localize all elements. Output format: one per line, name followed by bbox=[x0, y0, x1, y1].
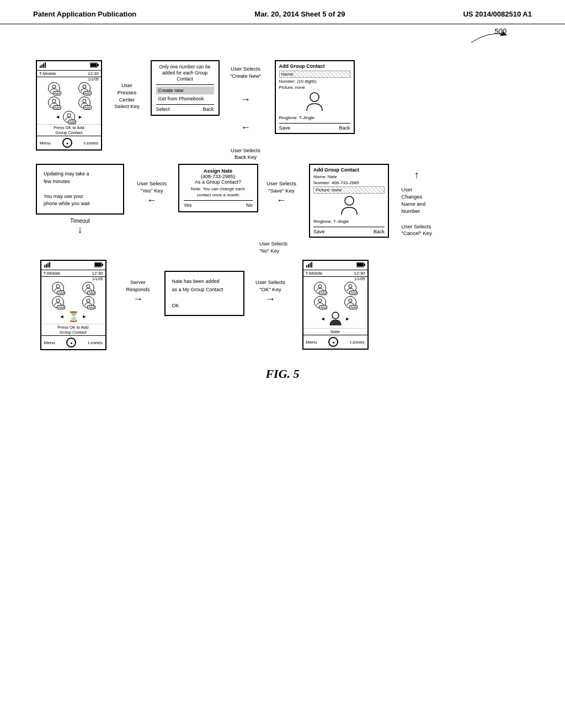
form2-avatar bbox=[313, 195, 385, 217]
assign-no[interactable]: No bbox=[246, 202, 253, 208]
phone2-nav: ◄ ⏳ ► bbox=[41, 311, 105, 323]
avatar-center: Add bbox=[63, 111, 75, 123]
nate-box: Nate has been added as a My Group Contac… bbox=[164, 271, 244, 316]
annot1-area: User Presses Center Select Key bbox=[105, 60, 149, 112]
phone3-signal bbox=[306, 262, 313, 269]
form2-back[interactable]: Back bbox=[374, 229, 385, 234]
form1-save[interactable]: Save bbox=[279, 125, 291, 131]
phone3-nate-label: Nate bbox=[303, 328, 367, 335]
annot-form2-right: ↑ User Changes Name and Number User Sele… bbox=[395, 164, 439, 237]
phone3-avatar4-label: Add bbox=[349, 305, 358, 309]
phone2-footer: Menu ● t-zones bbox=[41, 335, 105, 349]
phone3-time: 12:30 bbox=[354, 271, 365, 276]
user-selects-yes: User Selects "Yes" Key bbox=[137, 180, 167, 195]
svg-point-15 bbox=[345, 196, 354, 205]
avatar4-label: Add bbox=[83, 105, 92, 110]
phone1-date: 1/1/05 bbox=[37, 77, 101, 81]
phone2-battery bbox=[94, 262, 103, 269]
annot-save-area: User Selects "Save" Key ← bbox=[259, 164, 303, 206]
phone1-time: 12:30 bbox=[88, 71, 99, 76]
user-selects-cancel: User Selects "Cancel" Key bbox=[401, 223, 431, 238]
nate-box-container: Nate has been added as a My Group Contac… bbox=[163, 260, 246, 316]
phone3-header bbox=[303, 261, 367, 270]
phone1: T-Mobile 12:30 1/1/05 Add Add bbox=[36, 60, 102, 151]
phone2-avatars-bot: Add Add bbox=[41, 295, 105, 309]
phone2-avatar1: Add bbox=[52, 282, 64, 294]
svg-point-35 bbox=[349, 285, 352, 288]
menu1-back[interactable]: Back bbox=[202, 106, 214, 112]
form2: Add Group Contact Name: Nate Number: 406… bbox=[309, 164, 389, 238]
ok-button-2[interactable]: ● bbox=[66, 338, 76, 347]
svg-point-12 bbox=[83, 99, 86, 103]
ok-button-1[interactable]: ● bbox=[62, 138, 72, 148]
svg-rect-21 bbox=[102, 264, 103, 266]
phone1-time-row: T-Mobile 12:30 bbox=[37, 71, 101, 77]
no-key-area: User Selects "No" Key bbox=[177, 240, 532, 254]
phone2-avatar4: Add bbox=[82, 296, 94, 308]
phone3: T-Mobile 12:30 1/1/05 Add Add bbox=[302, 260, 369, 350]
phone2-avatar2: Add bbox=[82, 282, 94, 294]
phone2-avatar2-label: Add bbox=[87, 291, 95, 295]
phone2-time-row: T-Mobile 12:30 bbox=[41, 270, 105, 277]
diagram-area: 500 T-Mobile 12:30 1/1/05 bbox=[0, 24, 565, 403]
phone1-avatars-top: Add Add bbox=[37, 81, 101, 95]
phone3-avatar2-label: Add bbox=[349, 291, 358, 295]
phone2: T-Mobile 12:30 1/1/05 Add Add bbox=[40, 260, 106, 350]
assign-note: Note: You can change each contact once a… bbox=[184, 186, 253, 198]
svg-rect-17 bbox=[46, 264, 47, 267]
phone3-avatar3-label: Add bbox=[319, 305, 327, 309]
phone1-footer: Menu ● t-zones bbox=[37, 136, 101, 149]
avatar2: Add bbox=[78, 82, 90, 94]
form1-name: Name: bbox=[279, 71, 350, 78]
phone2-time: 12:30 bbox=[92, 271, 103, 276]
svg-point-14 bbox=[310, 93, 319, 101]
phone2-footer-left: Menu bbox=[44, 340, 55, 345]
menu1: Only one number can be added for each Gr… bbox=[151, 60, 220, 116]
label-500: 500 bbox=[466, 29, 510, 45]
svg-point-25 bbox=[56, 299, 60, 302]
hourglass-icon: ⏳ bbox=[67, 311, 79, 323]
phone1-footer-left: Menu bbox=[40, 141, 51, 146]
menu1-get-phonebook[interactable]: Get from Phonebook bbox=[156, 95, 214, 103]
timeout-arrow-down: ↓ bbox=[78, 224, 83, 235]
arrow-right-ok: → bbox=[265, 293, 275, 305]
phone1-header bbox=[37, 61, 101, 71]
svg-rect-27 bbox=[306, 265, 307, 267]
svg-point-11 bbox=[52, 99, 56, 103]
user-changes-caption: User Changes Name and Number bbox=[401, 186, 425, 215]
form2-name: Name: Nate bbox=[313, 174, 385, 179]
assign-yes[interactable]: Yes bbox=[184, 202, 192, 208]
form1: Add Group Contact Name: Number: (10 digi… bbox=[275, 60, 355, 134]
assign-box: Assign Nate (408-733-2985) As a Group Co… bbox=[178, 164, 258, 212]
form2-picture: Picture: none bbox=[313, 186, 385, 194]
updating-container: Updating may take a few minutes You may … bbox=[33, 164, 127, 235]
arrow-up-form2: ↑ bbox=[414, 169, 419, 181]
fig-label: FIG. 5 bbox=[33, 367, 532, 381]
phone2-label: Press OK to Add Group Contact bbox=[41, 324, 105, 335]
form1-picture: Picture: none bbox=[279, 85, 350, 90]
svg-rect-19 bbox=[49, 262, 50, 267]
menu1-select[interactable]: Select bbox=[156, 106, 170, 112]
nate-ok-btn[interactable]: OK bbox=[172, 302, 237, 309]
phone2-avatar3: Add bbox=[52, 296, 64, 308]
svg-point-24 bbox=[87, 285, 90, 288]
assign-question: As a Group Contact? bbox=[184, 179, 253, 185]
nate-line1: Nate has been added bbox=[172, 277, 237, 285]
svg-rect-32 bbox=[364, 264, 365, 266]
ok-button-3[interactable]: ● bbox=[328, 337, 338, 347]
form2-title: Add Group Contact bbox=[313, 167, 385, 173]
svg-rect-4 bbox=[43, 63, 44, 68]
phone1-carrier: T-Mobile bbox=[39, 71, 56, 76]
avatar2-label: Add bbox=[83, 91, 92, 95]
user-selects-back-key: User Selects Back Key bbox=[231, 147, 260, 162]
menu1-create-new[interactable]: Create new bbox=[156, 87, 214, 94]
phone3-avatars-top: Add Add bbox=[303, 281, 367, 295]
phone3-carrier: T-Mobile bbox=[306, 271, 323, 276]
svg-point-26 bbox=[87, 299, 90, 302]
phone1-avatars-bot: Add Add bbox=[37, 95, 101, 110]
updating-box: Updating may take a few minutes You may … bbox=[36, 164, 124, 215]
form1-back[interactable]: Back bbox=[339, 125, 350, 131]
form2-save[interactable]: Save bbox=[313, 229, 325, 234]
phone2-container: T-Mobile 12:30 1/1/05 Add Add bbox=[33, 260, 113, 350]
svg-rect-28 bbox=[308, 264, 309, 267]
